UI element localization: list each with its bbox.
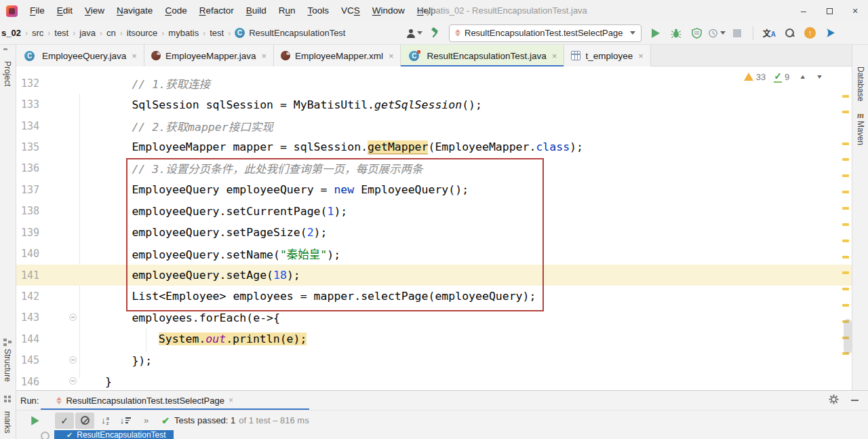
sort-alphabetically-icon[interactable]: ↓az [96, 413, 115, 429]
code-text: employees.forEach(e->{ [132, 311, 280, 324]
breadcrumb-item[interactable]: java [78, 28, 97, 38]
line-number: 134 [16, 120, 39, 132]
code-line-135: 135EmployeeMapper mapper = sqlSession.ge… [16, 136, 852, 157]
editor-tab-employeemapper-java[interactable]: EmployeeMapper.java× [144, 45, 274, 66]
settings-gear-icon[interactable] [829, 394, 839, 407]
menu-build[interactable]: Build [240, 0, 273, 22]
coverage-icon[interactable] [688, 24, 705, 42]
check-icon: ✔ [66, 431, 73, 439]
toolwindow-bookmarks[interactable]: marks [3, 411, 12, 434]
toolwindow-database[interactable]: Database [856, 66, 865, 101]
menu-file[interactable]: File [24, 0, 51, 22]
line-number: 140 [16, 248, 39, 260]
editor-tab-employeequery-java[interactable]: CEmployeeQuery.java× [16, 45, 144, 66]
code-text: employeeQuery.setPageSize(2); [132, 226, 327, 239]
breadcrumb-item[interactable]: cn [105, 28, 117, 38]
run-toolbar: ✓ ↓az ↓ » ✔ Tests passed: 1 of 1 test – … [16, 410, 868, 430]
inspection-widget[interactable]: 33 ✓ 9 ▲ ▼ [744, 71, 823, 83]
close-icon[interactable]: × [552, 51, 557, 61]
minimize-icon[interactable]: – [791, 0, 816, 22]
search-icon[interactable] [781, 24, 798, 42]
code-line-134: 134// 2.获取mapper接口实现 [16, 115, 852, 136]
run-icon[interactable] [647, 24, 665, 42]
close-icon[interactable]: × [229, 396, 233, 405]
show-ignored-toggle[interactable] [75, 413, 94, 429]
close-icon[interactable]: × [261, 51, 267, 61]
breadcrumb-item[interactable]: itsource [125, 28, 159, 38]
fold-marker-icon[interactable] [69, 377, 77, 385]
line-number: 144 [16, 333, 39, 345]
breadcrumb-item[interactable]: test [208, 28, 225, 38]
line-number: 146 [16, 376, 39, 388]
table-icon [571, 51, 580, 60]
maven-icon: m [857, 110, 864, 121]
stop-icon[interactable] [728, 24, 746, 42]
test-class-icon: C [409, 51, 419, 61]
toolwindow-project[interactable]: Project [3, 61, 12, 86]
menu-view[interactable]: View [79, 0, 111, 22]
menu-code[interactable]: Code [159, 0, 193, 22]
breadcrumb-separator: › [70, 28, 78, 38]
code-line-133: 133SqlSession sqlSession = MyBatisUtil.g… [16, 94, 852, 115]
menu-window[interactable]: Window [366, 0, 411, 22]
previous-problem-icon[interactable]: ▲ [799, 73, 806, 80]
test-tree-selected-row[interactable]: ✔ ResultEncapsulationTest [54, 430, 174, 439]
code-editor[interactable]: 132// 1.获取连接133SqlSession sqlSession = M… [16, 66, 852, 390]
breadcrumb-item[interactable]: mybatis [167, 28, 200, 38]
tab-label: ResultEncapsulationTest.java [427, 51, 546, 61]
menu-run[interactable]: Run [273, 0, 302, 22]
code-text: employeeQuery.setName("秦始皇"); [132, 246, 340, 262]
test-status-passed: Tests passed: 1 [174, 415, 235, 425]
menu-edit[interactable]: Edit [51, 0, 79, 22]
build-hammer-icon[interactable] [426, 24, 443, 42]
translate-icon[interactable]: 文A [760, 24, 778, 42]
hide-panel-icon[interactable] [851, 400, 859, 401]
fold-marker-icon[interactable] [69, 313, 77, 321]
code-line-146: 146} [16, 371, 852, 390]
scrollbar-thumb[interactable] [844, 319, 852, 354]
rerun-icon[interactable] [31, 416, 39, 425]
breadcrumb-item[interactable]: s_02 [0, 28, 22, 38]
run-configuration-select[interactable]: ResultEncapsulationTest.testSelectPage [449, 24, 642, 42]
typo-count: 9 [785, 72, 789, 82]
code-line-138: 138employeeQuery.setCurrentPage(1); [16, 201, 852, 222]
user-dropdown-icon[interactable] [406, 24, 423, 42]
close-icon[interactable]: × [638, 51, 644, 61]
toolbar-overflow-icon[interactable]: » [144, 415, 148, 425]
profiler-icon[interactable] [708, 24, 726, 42]
debug-icon[interactable] [667, 24, 685, 42]
run-tab[interactable]: ResultEncapsulationTest.testSelectPage × [56, 391, 233, 410]
plugin-icon[interactable] [821, 24, 839, 42]
editor-tab-employeemapper-xml[interactable]: EmployeeMapper.xml× [274, 45, 401, 66]
menu-refactor[interactable]: Refactor [193, 0, 240, 22]
close-icon[interactable]: × [842, 0, 868, 22]
editor-tab-resultencapsulationtest-java[interactable]: CResultEncapsulationTest.java× [401, 45, 564, 66]
next-problem-icon[interactable]: ▼ [816, 73, 823, 80]
toolwindow-maven[interactable]: Maven [856, 121, 865, 145]
breadcrumb-item[interactable]: ResultEncapsulationTest [248, 28, 347, 38]
editor-tab-t_employee[interactable]: t_employee× [564, 45, 650, 66]
code-line-132: 132// 1.获取连接 [16, 73, 852, 94]
rerun-failed-icon[interactable] [41, 432, 50, 439]
code-line-144: 144System.out.println(e); [16, 328, 852, 349]
run-panel: Run: ResultEncapsulationTest.testSelectP… [16, 390, 868, 439]
toolwindow-structure[interactable]: Structure [3, 349, 12, 382]
code-text: }); [132, 354, 152, 367]
update-icon[interactable]: ↑ [801, 24, 818, 42]
breadcrumb-item[interactable]: src [31, 28, 45, 38]
warning-stripe-mark [842, 256, 849, 259]
warning-stripe-mark [842, 191, 849, 193]
check-icon: ✔ [161, 415, 170, 426]
menu-tools[interactable]: Tools [302, 0, 336, 22]
close-icon[interactable]: × [132, 51, 137, 61]
maximize-icon[interactable] [816, 0, 842, 22]
menu-vcs[interactable]: VCS [335, 0, 366, 22]
breadcrumb-separator: › [225, 28, 233, 38]
fold-marker-icon[interactable] [69, 356, 77, 364]
close-icon[interactable]: × [389, 51, 394, 61]
show-passed-toggle[interactable]: ✓ [55, 413, 74, 429]
menu-navigate[interactable]: Navigate [111, 0, 159, 22]
warning-stripe-mark [842, 142, 849, 145]
sort-by-duration-icon[interactable]: ↓ [116, 413, 135, 429]
breadcrumb-item[interactable]: test [53, 28, 70, 38]
